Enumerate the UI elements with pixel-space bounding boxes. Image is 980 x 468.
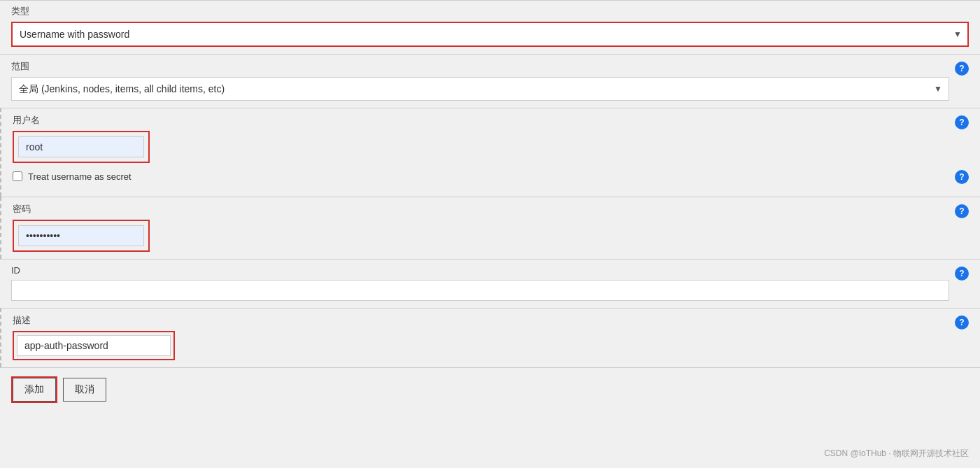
- type-section: 类型 Username with password ▼: [0, 0, 980, 54]
- description-highlight-block: [13, 331, 175, 360]
- add-button-highlight: 添加: [11, 376, 57, 403]
- scope-select-wrapper: 全局 (Jenkins, nodes, items, all child ite…: [11, 77, 949, 101]
- treat-secret-label: Treat username as secret: [28, 171, 132, 182]
- username-label: 用户名: [13, 114, 949, 127]
- type-field-container: 类型 Username with password ▼: [11, 5, 969, 47]
- button-row: 添加 取消: [0, 367, 980, 411]
- password-field-row: 密码 ?: [13, 203, 969, 252]
- scope-select[interactable]: 全局 (Jenkins, nodes, items, all child ite…: [11, 77, 949, 101]
- password-highlight-block: [13, 220, 150, 252]
- scope-field-row: 范围 全局 (Jenkins, nodes, items, all child …: [11, 60, 969, 101]
- description-field-container: 描述: [13, 314, 949, 360]
- cancel-button[interactable]: 取消: [63, 378, 106, 402]
- treat-secret-checkbox[interactable]: [13, 171, 22, 181]
- scope-help-icon[interactable]: ?: [955, 62, 969, 76]
- description-field-row: 描述 ?: [13, 314, 969, 360]
- add-button[interactable]: 添加: [13, 378, 56, 402]
- description-label: 描述: [13, 314, 949, 327]
- username-field-container: 用户名: [13, 114, 949, 163]
- type-field-row: 类型 Username with password ▼: [11, 5, 969, 47]
- username-section: 用户名 ? Treat username as secret ?: [0, 108, 980, 197]
- username-field-row: 用户名 ?: [13, 114, 969, 163]
- scope-section: 范围 全局 (Jenkins, nodes, items, all child …: [0, 54, 980, 108]
- username-help-icon[interactable]: ?: [955, 115, 969, 129]
- description-section: 描述 ?: [0, 308, 980, 367]
- scope-label: 范围: [11, 60, 949, 73]
- id-section: ID ?: [0, 259, 980, 308]
- watermark: CSDN @IoTHub · 物联网开源技术社区: [824, 448, 969, 460]
- username-input[interactable]: [18, 136, 144, 157]
- password-help-icon[interactable]: ?: [955, 204, 969, 218]
- page-wrapper: 类型 Username with password ▼ 范围 全局 (Jenki…: [0, 0, 980, 468]
- description-input[interactable]: [17, 335, 171, 356]
- id-label: ID: [11, 265, 949, 276]
- password-label: 密码: [13, 203, 949, 215]
- password-input[interactable]: [18, 225, 144, 246]
- password-field-container: 密码: [13, 203, 949, 252]
- type-label: 类型: [11, 5, 969, 17]
- scope-field-container: 范围 全局 (Jenkins, nodes, items, all child …: [11, 60, 949, 101]
- type-select[interactable]: Username with password: [11, 22, 969, 47]
- username-highlight-block: [13, 131, 150, 163]
- treat-secret-row: Treat username as secret ?: [13, 163, 969, 190]
- id-field-row: ID ?: [11, 265, 969, 301]
- password-section: 密码 ?: [0, 197, 980, 259]
- treat-secret-help-icon[interactable]: ?: [955, 170, 969, 184]
- id-field-container: ID: [11, 265, 949, 301]
- description-help-icon[interactable]: ?: [955, 315, 969, 329]
- id-input[interactable]: [11, 280, 949, 301]
- id-help-icon[interactable]: ?: [955, 267, 969, 281]
- type-select-wrapper: Username with password ▼: [11, 22, 969, 47]
